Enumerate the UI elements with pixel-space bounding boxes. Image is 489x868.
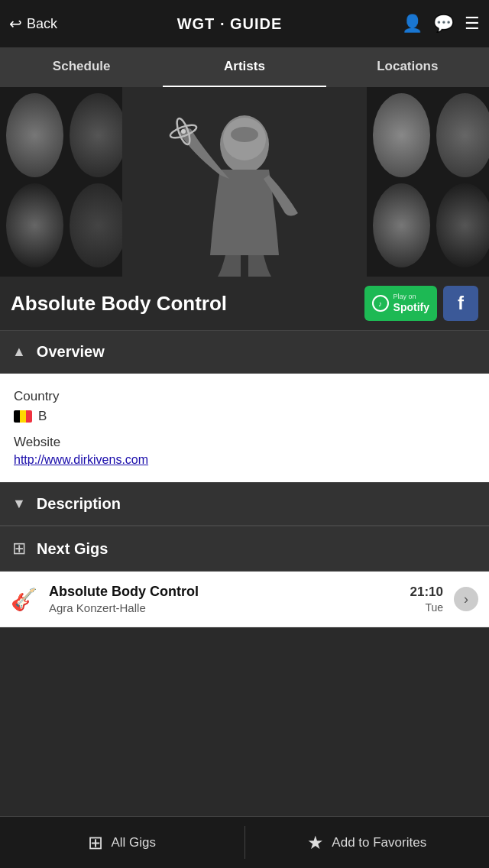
back-button[interactable]: ↩ Back bbox=[9, 15, 57, 33]
gig-detail-button[interactable]: › bbox=[454, 587, 478, 611]
website-link[interactable]: http://www.dirkivens.com bbox=[14, 453, 475, 467]
next-gigs-section-header[interactable]: ⊞ Next Gigs bbox=[0, 526, 489, 572]
all-gigs-button[interactable]: ⊞ All Gigs bbox=[0, 817, 244, 868]
belgium-flag-icon bbox=[14, 410, 32, 423]
thumb-8 bbox=[436, 183, 489, 267]
gig-day: Tue bbox=[425, 601, 443, 614]
chat-icon[interactable]: 💬 bbox=[433, 14, 454, 34]
app-title: WGT · Guide bbox=[177, 15, 283, 33]
spotify-label: Spotify bbox=[393, 301, 429, 314]
artist-name-row: Absolute Body Control ♪ Play on Spotify … bbox=[0, 277, 489, 330]
thumb-6 bbox=[436, 93, 489, 177]
country-code: B bbox=[38, 409, 47, 424]
gig-guitar-icon: 🎸 bbox=[11, 587, 38, 612]
flag-belgium bbox=[14, 410, 32, 423]
gig-clock: 21:10 bbox=[410, 585, 443, 600]
description-title: Description bbox=[37, 495, 121, 513]
tab-schedule[interactable]: Schedule bbox=[0, 47, 163, 87]
overview-chevron-icon: ▲ bbox=[12, 344, 26, 360]
thumb-2 bbox=[70, 93, 127, 177]
next-gigs-icon: ⊞ bbox=[12, 539, 26, 559]
svg-point-7 bbox=[181, 129, 186, 134]
back-arrow-icon: ↩ bbox=[9, 15, 22, 33]
artist-silhouette bbox=[122, 87, 367, 277]
thumb-4 bbox=[70, 183, 127, 267]
thumb-3 bbox=[6, 183, 63, 267]
overview-section-header[interactable]: ▲ Overview bbox=[0, 330, 489, 374]
gig-time: 21:10 Tue bbox=[410, 585, 443, 614]
gig-name: Absolute Body Control bbox=[49, 584, 400, 600]
next-gigs-title: Next Gigs bbox=[37, 540, 108, 558]
artist-main-photo bbox=[122, 87, 367, 277]
overview-title: Overview bbox=[37, 343, 105, 361]
artist-action-buttons: ♪ Play on Spotify f bbox=[364, 286, 478, 321]
svg-point-4 bbox=[231, 127, 258, 142]
spotify-button[interactable]: ♪ Play on Spotify bbox=[364, 286, 437, 321]
thumb-5 bbox=[373, 93, 430, 177]
thumb-grid-left bbox=[0, 87, 122, 277]
tab-locations[interactable]: Locations bbox=[326, 47, 489, 87]
thumb-grid-right bbox=[367, 87, 489, 277]
person-icon[interactable]: 👤 bbox=[402, 14, 423, 34]
artist-image-area bbox=[0, 87, 489, 277]
gig-venue: Agra Konzert-Halle bbox=[49, 601, 400, 614]
add-favorites-button[interactable]: ★ Add to Favorites bbox=[245, 817, 490, 868]
spotify-icon: ♪ bbox=[372, 295, 389, 312]
facebook-button[interactable]: f bbox=[443, 286, 478, 321]
facebook-icon: f bbox=[458, 293, 464, 314]
back-label: Back bbox=[27, 16, 57, 32]
thumb-1 bbox=[6, 93, 63, 177]
header-icon-group: 👤 💬 ☰ bbox=[402, 14, 480, 34]
add-favorites-label: Add to Favorites bbox=[332, 835, 426, 850]
calendar-icon: ⊞ bbox=[88, 832, 103, 853]
spotify-text: Play on Spotify bbox=[393, 293, 429, 314]
spotify-play-on-label: Play on bbox=[393, 293, 429, 301]
overview-content: Country B Website http://www.dirkivens.c… bbox=[0, 374, 489, 482]
thumb-7 bbox=[373, 183, 430, 267]
country-value: B bbox=[14, 409, 475, 424]
bottom-bar: ⊞ All Gigs ★ Add to Favorites bbox=[0, 816, 489, 868]
nav-tabs: Schedule Artists Locations bbox=[0, 47, 489, 87]
description-section-header[interactable]: ▼ Description bbox=[0, 482, 489, 526]
star-icon: ★ bbox=[307, 832, 324, 853]
website-label: Website bbox=[14, 435, 475, 450]
country-label: Country bbox=[14, 389, 475, 404]
gig-info: Absolute Body Control Agra Konzert-Halle bbox=[49, 584, 400, 614]
app-header: ↩ Back WGT · Guide 👤 💬 ☰ bbox=[0, 0, 489, 47]
gig-item: 🎸 Absolute Body Control Agra Konzert-Hal… bbox=[0, 572, 489, 627]
artist-name: Absolute Body Control bbox=[11, 292, 227, 316]
tab-artists[interactable]: Artists bbox=[163, 47, 325, 87]
menu-icon[interactable]: ☰ bbox=[465, 14, 480, 34]
description-chevron-icon: ▼ bbox=[12, 496, 26, 512]
all-gigs-label: All Gigs bbox=[111, 835, 156, 850]
